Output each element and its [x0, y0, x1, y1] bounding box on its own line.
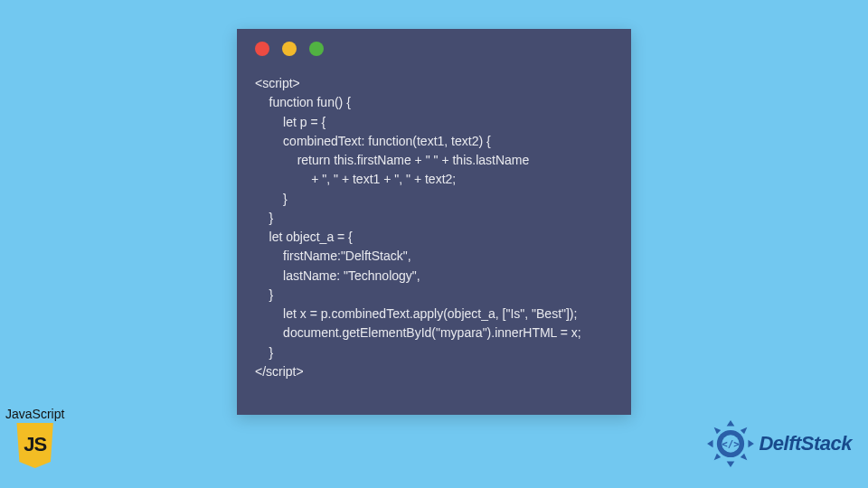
svg-marker-5 — [749, 440, 754, 448]
code-block: <script> function fun() { let p = { comb… — [237, 69, 631, 399]
delftstack-logo: </> DelftStack — [706, 419, 852, 468]
svg-marker-2 — [727, 420, 735, 426]
delftstack-brand-text: DelftStack — [759, 432, 852, 455]
javascript-label: JavaScript — [5, 407, 64, 421]
svg-text:</>: </> — [722, 438, 741, 450]
svg-marker-4 — [707, 440, 712, 448]
minimize-icon — [282, 42, 297, 56]
javascript-shield-icon: JS — [14, 423, 57, 468]
code-window: <script> function fun() { let p = { comb… — [237, 29, 631, 415]
javascript-shield-text: JS — [24, 433, 46, 456]
javascript-badge: JavaScript JS — [5, 407, 64, 468]
svg-marker-8 — [714, 454, 722, 461]
delftstack-gear-icon: </> — [706, 419, 755, 468]
svg-marker-3 — [727, 461, 735, 466]
svg-marker-6 — [714, 427, 722, 435]
zoom-icon — [309, 42, 324, 56]
close-icon — [255, 42, 269, 56]
svg-marker-7 — [741, 427, 748, 435]
svg-marker-9 — [741, 454, 748, 461]
window-titlebar — [237, 29, 631, 69]
